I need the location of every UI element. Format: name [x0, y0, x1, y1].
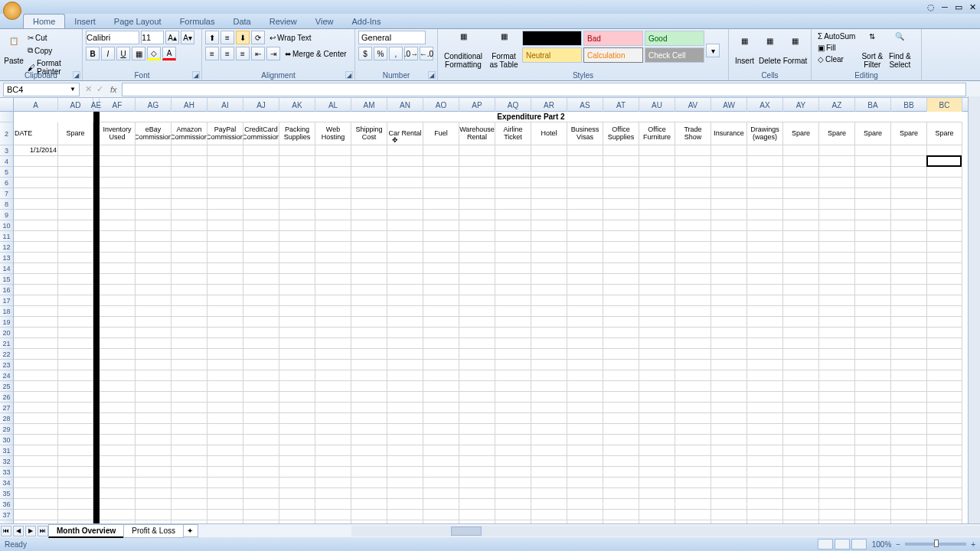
empty-cell[interactable] [58, 285, 93, 295]
empty-cell[interactable] [423, 210, 459, 220]
empty-cell[interactable] [459, 253, 495, 263]
empty-cell[interactable] [927, 317, 962, 328]
empty-cell[interactable] [243, 510, 279, 520]
empty-cell[interactable] [639, 178, 675, 188]
empty-cell[interactable] [747, 210, 783, 220]
empty-cell[interactable] [855, 456, 891, 467]
empty-cell[interactable] [927, 488, 962, 499]
empty-cell[interactable] [279, 274, 315, 285]
enter-icon[interactable]: ✓ [94, 84, 106, 94]
empty-cell[interactable] [58, 274, 93, 285]
empty-cell[interactable] [279, 263, 315, 274]
empty-cell[interactable] [603, 445, 639, 456]
data-cell[interactable] [136, 145, 172, 156]
empty-cell[interactable] [495, 338, 531, 349]
help-icon[interactable]: ◌ [925, 2, 937, 12]
header-cell[interactable]: Insurance [711, 122, 747, 145]
empty-cell[interactable] [207, 338, 243, 349]
row-header-35[interactable]: 35 [0, 488, 13, 499]
empty-cell[interactable] [855, 338, 891, 349]
empty-cell[interactable] [747, 220, 783, 231]
empty-cell[interactable] [279, 285, 315, 295]
align-top-button[interactable]: ⬆ [205, 31, 219, 44]
empty-cell[interactable] [459, 392, 495, 403]
empty-cell[interactable] [387, 306, 423, 317]
empty-cell[interactable] [531, 381, 567, 392]
empty-cell[interactable] [207, 520, 243, 523]
empty-cell[interactable] [387, 467, 423, 478]
empty-cell[interactable] [58, 370, 93, 381]
empty-cell[interactable] [243, 445, 279, 456]
col-header-AM[interactable]: AM [351, 98, 387, 112]
view-page-break-button[interactable] [851, 539, 867, 549]
empty-cell[interactable] [819, 360, 855, 370]
empty-cell[interactable] [459, 306, 495, 317]
empty-cell[interactable] [711, 413, 747, 424]
empty-cell[interactable] [495, 403, 531, 413]
empty-cell[interactable] [387, 499, 423, 510]
empty-cell[interactable] [207, 456, 243, 467]
empty-cell[interactable] [207, 435, 243, 445]
empty-cell[interactable] [639, 306, 675, 317]
empty-cell[interactable] [351, 338, 387, 349]
empty-cell[interactable] [675, 285, 711, 295]
empty-cell[interactable] [891, 167, 927, 178]
data-cell[interactable] [531, 145, 567, 156]
data-cell[interactable] [747, 145, 783, 156]
empty-cell[interactable] [567, 231, 603, 242]
empty-cell[interactable] [459, 242, 495, 253]
col-header-A[interactable]: A [14, 98, 58, 112]
cancel-icon[interactable]: ✕ [83, 84, 94, 94]
empty-cell[interactable] [927, 231, 962, 242]
empty-cell[interactable] [819, 285, 855, 295]
font-size-select[interactable] [141, 31, 164, 44]
empty-cell[interactable] [855, 445, 891, 456]
empty-cell[interactable] [459, 456, 495, 467]
data-cell[interactable] [819, 145, 855, 156]
empty-cell[interactable] [711, 520, 747, 523]
empty-cell[interactable] [819, 253, 855, 263]
close-button[interactable]: ✕ [966, 2, 978, 12]
empty-cell[interactable] [891, 510, 927, 520]
empty-cell[interactable] [891, 253, 927, 263]
empty-cell[interactable] [100, 167, 136, 178]
empty-cell[interactable] [387, 435, 423, 445]
empty-cell[interactable] [927, 242, 962, 253]
empty-cell[interactable] [136, 413, 172, 424]
empty-cell[interactable] [315, 349, 351, 360]
empty-cell[interactable] [423, 381, 459, 392]
row-header-1[interactable] [0, 112, 13, 122]
empty-cell[interactable] [783, 317, 819, 328]
empty-cell[interactable] [819, 510, 855, 520]
empty-cell[interactable] [14, 199, 58, 210]
empty-cell[interactable] [58, 435, 93, 445]
empty-cell[interactable] [351, 488, 387, 499]
empty-cell[interactable] [495, 285, 531, 295]
empty-cell[interactable] [459, 220, 495, 231]
empty-cell[interactable] [315, 199, 351, 210]
empty-cell[interactable] [927, 210, 962, 220]
empty-cell[interactable] [747, 403, 783, 413]
empty-cell[interactable] [172, 188, 207, 199]
empty-cell[interactable] [567, 210, 603, 220]
empty-cell[interactable] [172, 424, 207, 435]
empty-cell[interactable] [207, 328, 243, 338]
empty-cell[interactable] [747, 199, 783, 210]
style-neutral[interactable]: Neutral [522, 47, 582, 63]
empty-cell[interactable] [136, 274, 172, 285]
empty-cell[interactable] [459, 403, 495, 413]
empty-cell[interactable] [603, 253, 639, 263]
empty-cell[interactable] [711, 317, 747, 328]
fx-button[interactable]: fx [106, 85, 122, 94]
empty-cell[interactable] [351, 295, 387, 306]
empty-cell[interactable] [855, 478, 891, 488]
empty-cell[interactable] [567, 274, 603, 285]
empty-cell[interactable] [855, 231, 891, 242]
empty-cell[interactable] [315, 178, 351, 188]
empty-cell[interactable] [14, 370, 58, 381]
empty-cell[interactable] [459, 510, 495, 520]
empty-cell[interactable] [207, 317, 243, 328]
empty-cell[interactable] [423, 220, 459, 231]
empty-cell[interactable] [567, 381, 603, 392]
empty-cell[interactable] [279, 456, 315, 467]
